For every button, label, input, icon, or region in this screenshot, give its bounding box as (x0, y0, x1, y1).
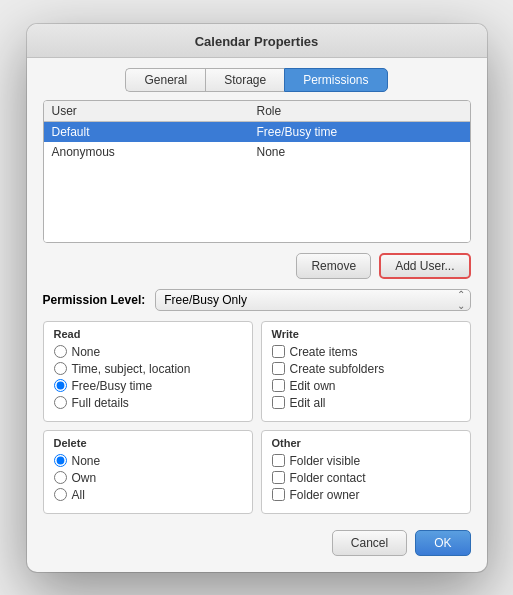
delete-section-title: Delete (54, 437, 242, 449)
read-freebusy-radio[interactable] (54, 379, 67, 392)
table-row[interactable]: Default Free/Busy time (44, 122, 470, 142)
read-none-label: None (72, 345, 101, 359)
write-create-subfolders-check[interactable] (272, 362, 285, 375)
write-edit-all-label: Edit all (290, 396, 326, 410)
delete-all-label: All (72, 488, 85, 502)
other-folder-visible[interactable]: Folder visible (272, 454, 460, 468)
user-cell: Anonymous (52, 145, 257, 159)
write-edit-own[interactable]: Edit own (272, 379, 460, 393)
ok-button[interactable]: OK (415, 530, 470, 556)
dialog-title: Calendar Properties (27, 24, 487, 58)
column-header-user: User (52, 104, 257, 118)
write-create-items-check[interactable] (272, 345, 285, 358)
add-user-button[interactable]: Add User... (379, 253, 470, 279)
table-row-empty (44, 182, 470, 202)
table-action-buttons: Remove Add User... (43, 253, 471, 279)
read-full[interactable]: Full details (54, 396, 242, 410)
permission-level-select-wrapper: Free/Busy Only None Reviewer Author Edit… (155, 289, 470, 311)
other-section-title: Other (272, 437, 460, 449)
read-time[interactable]: Time, subject, location (54, 362, 242, 376)
write-create-subfolders-label: Create subfolders (290, 362, 385, 376)
tab-general[interactable]: General (125, 68, 205, 92)
table-row-empty (44, 162, 470, 182)
read-section: Read None Time, subject, location Free/B… (43, 321, 253, 422)
read-freebusy[interactable]: Free/Busy time (54, 379, 242, 393)
delete-own-label: Own (72, 471, 97, 485)
calendar-properties-dialog: Calendar Properties General Storage Perm… (27, 24, 487, 572)
other-folder-owner[interactable]: Folder owner (272, 488, 460, 502)
read-freebusy-label: Free/Busy time (72, 379, 153, 393)
other-folder-visible-check[interactable] (272, 454, 285, 467)
write-section-title: Write (272, 328, 460, 340)
delete-section: Delete None Own All (43, 430, 253, 514)
write-create-subfolders[interactable]: Create subfolders (272, 362, 460, 376)
write-edit-all-check[interactable] (272, 396, 285, 409)
read-time-radio[interactable] (54, 362, 67, 375)
other-folder-contact-check[interactable] (272, 471, 285, 484)
permission-level-label: Permission Level: (43, 293, 146, 307)
write-section: Write Create items Create subfolders Edi… (261, 321, 471, 422)
tabs-container: General Storage Permissions (27, 58, 487, 100)
tab-storage[interactable]: Storage (205, 68, 284, 92)
read-time-label: Time, subject, location (72, 362, 191, 376)
other-folder-contact[interactable]: Folder contact (272, 471, 460, 485)
column-header-role: Role (257, 104, 462, 118)
read-none-radio[interactable] (54, 345, 67, 358)
read-none[interactable]: None (54, 345, 242, 359)
permission-level-row: Permission Level: Free/Busy Only None Re… (43, 289, 471, 311)
write-edit-all[interactable]: Edit all (272, 396, 460, 410)
delete-own[interactable]: Own (54, 471, 242, 485)
permissions-content: User Role Default Free/Busy time Anonymo… (27, 100, 487, 522)
other-folder-owner-check[interactable] (272, 488, 285, 501)
read-section-title: Read (54, 328, 242, 340)
table-row[interactable]: Anonymous None (44, 142, 470, 162)
write-edit-own-label: Edit own (290, 379, 336, 393)
permissions-top-row: Read None Time, subject, location Free/B… (43, 321, 471, 430)
permission-level-select[interactable]: Free/Busy Only None Reviewer Author Edit… (155, 289, 470, 311)
role-cell: None (257, 145, 462, 159)
write-create-items-label: Create items (290, 345, 358, 359)
delete-none-radio[interactable] (54, 454, 67, 467)
read-full-label: Full details (72, 396, 129, 410)
role-cell: Free/Busy time (257, 125, 462, 139)
write-create-items[interactable]: Create items (272, 345, 460, 359)
other-section: Other Folder visible Folder contact Fold… (261, 430, 471, 514)
other-folder-owner-label: Folder owner (290, 488, 360, 502)
other-folder-visible-label: Folder visible (290, 454, 361, 468)
footer-buttons: Cancel OK (27, 522, 487, 556)
delete-none[interactable]: None (54, 454, 242, 468)
user-cell: Default (52, 125, 257, 139)
other-folder-contact-label: Folder contact (290, 471, 366, 485)
remove-button[interactable]: Remove (296, 253, 371, 279)
write-edit-own-check[interactable] (272, 379, 285, 392)
delete-own-radio[interactable] (54, 471, 67, 484)
user-table: User Role Default Free/Busy time Anonymo… (43, 100, 471, 243)
delete-all[interactable]: All (54, 488, 242, 502)
tab-permissions[interactable]: Permissions (284, 68, 387, 92)
table-header: User Role (44, 101, 470, 122)
cancel-button[interactable]: Cancel (332, 530, 407, 556)
table-row-empty (44, 222, 470, 242)
delete-none-label: None (72, 454, 101, 468)
permissions-bottom-row: Delete None Own All Other Fold (43, 430, 471, 522)
table-row-empty (44, 202, 470, 222)
delete-all-radio[interactable] (54, 488, 67, 501)
read-full-radio[interactable] (54, 396, 67, 409)
